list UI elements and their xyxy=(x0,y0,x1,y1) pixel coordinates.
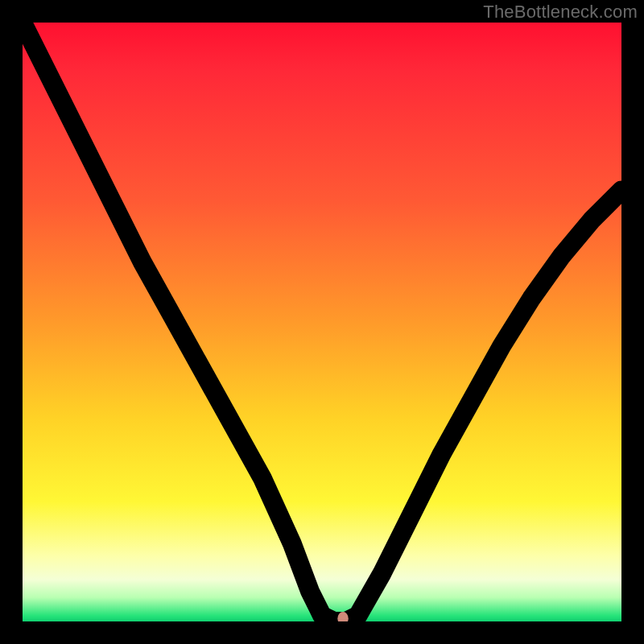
plot-area xyxy=(23,23,621,621)
watermark-text: TheBottleneck.com xyxy=(483,2,638,23)
bottleneck-curve xyxy=(23,23,621,621)
chart-frame: TheBottleneck.com xyxy=(0,0,644,644)
